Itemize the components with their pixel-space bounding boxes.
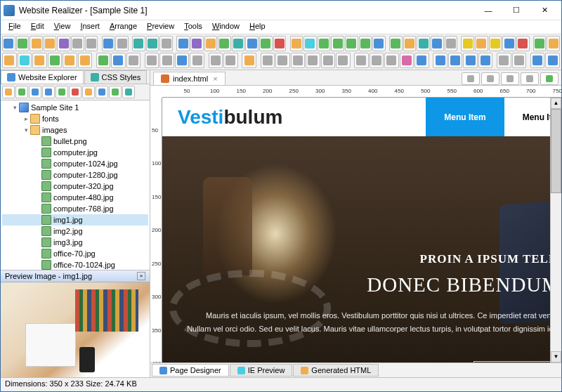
toolbar-button[interactable] [275, 53, 290, 68]
explorer-tool-button[interactable] [96, 86, 108, 98]
toolbar-button[interactable] [145, 53, 159, 68]
menu-tools[interactable]: Tools [179, 20, 207, 34]
toolbar-button[interactable] [306, 53, 320, 68]
explorer-tool-button[interactable] [2, 86, 15, 98]
toolbar-button[interactable] [545, 53, 560, 68]
toolbar-button[interactable] [204, 36, 218, 51]
document-tab-index[interactable]: index.html × [153, 72, 226, 85]
toolbar-button[interactable] [370, 53, 384, 68]
toolbar-button[interactable] [417, 36, 430, 51]
tree-twist-icon[interactable]: ▾ [22, 126, 30, 133]
toolbar-button[interactable] [403, 36, 417, 51]
tree-twist-icon[interactable]: ▸ [22, 115, 30, 122]
toolbar-button[interactable] [336, 53, 351, 68]
toolbar-button[interactable] [273, 36, 287, 51]
menu-help[interactable]: Help [244, 20, 270, 34]
site-logo[interactable]: Vestibulum [178, 106, 282, 129]
toolbar-button[interactable] [497, 53, 511, 68]
preview-close-icon[interactable]: × [137, 272, 145, 280]
tree-item[interactable]: computer.jpg [2, 147, 148, 158]
tree-item[interactable]: img3.jpg [2, 237, 148, 248]
explorer-tool-button[interactable] [109, 86, 122, 98]
tree-item[interactable]: office-70.jpg [2, 248, 148, 259]
toolbar-button[interactable] [400, 53, 414, 68]
preview-header[interactable]: Preview Image - img1.jpg × [1, 270, 150, 282]
toolbar-button[interactable] [57, 36, 70, 51]
toolbar-button[interactable] [318, 36, 331, 51]
file-tree[interactable]: ▾Sample Site 1▸fonts▾imagesbullet.pngcom… [1, 100, 150, 270]
toolbar-button[interactable] [242, 53, 256, 68]
toolbar-button[interactable] [372, 36, 386, 51]
tab-close-icon[interactable]: × [213, 74, 217, 83]
tree-item[interactable]: img2.jpg [2, 226, 148, 237]
explorer-tool-button[interactable] [42, 86, 55, 98]
minimize-button[interactable]: — [474, 2, 502, 19]
tree-item[interactable]: computer-1280.jpg [2, 169, 148, 181]
vertical-scrollbar[interactable]: ▲ ▼ [550, 98, 561, 362]
toolbar-button[interactable] [461, 36, 474, 51]
toolbar-button[interactable] [489, 36, 502, 51]
toolbar-button[interactable] [85, 36, 98, 51]
toolbar-button[interactable] [2, 36, 15, 51]
explorer-tool-button[interactable] [69, 86, 81, 98]
toolbar-button[interactable] [232, 36, 245, 51]
tree-item[interactable]: ▾images [2, 124, 148, 136]
toolbar-button[interactable] [190, 53, 204, 68]
toolbar-button[interactable] [30, 36, 43, 51]
explorer-tool-button[interactable] [29, 86, 41, 98]
toolbar-button[interactable] [96, 53, 111, 68]
tree-item[interactable]: computer-1024.jpg [2, 158, 148, 169]
toolbar-button[interactable] [245, 36, 259, 51]
toolbar-button[interactable] [218, 36, 231, 51]
tree-item[interactable]: bullet.png [2, 136, 148, 147]
close-button[interactable]: ✕ [530, 2, 558, 19]
explorer-tool-button[interactable] [122, 86, 135, 98]
maximize-button[interactable]: ☐ [502, 2, 530, 19]
toolbar-button[interactable] [530, 53, 545, 68]
toolbar-button[interactable] [223, 53, 238, 68]
design-canvas[interactable]: Vestibulum Menu Item Menu Item PROIN A I… [162, 98, 550, 362]
tree-item[interactable]: ▸fonts [2, 113, 148, 124]
tree-item[interactable]: computer-320.jpg [2, 181, 148, 192]
toolbar-button[interactable] [389, 36, 403, 51]
explorer-tool-button[interactable] [15, 86, 28, 98]
toolbar-button[interactable] [126, 53, 141, 68]
toolbar-button[interactable] [146, 36, 159, 51]
tree-item[interactable]: computer-480.jpg [2, 192, 148, 203]
canvas-tool-button[interactable] [481, 72, 499, 85]
canvas-tool-button[interactable] [540, 72, 558, 85]
toolbar-button[interactable] [291, 53, 306, 68]
nav-item-2[interactable]: Menu Item [504, 98, 550, 136]
toolbar-button[interactable] [516, 36, 530, 51]
toolbar-button[interactable] [478, 53, 493, 68]
toolbar-button[interactable] [475, 36, 488, 51]
tab-ie-preview[interactable]: IE Preview [230, 364, 293, 377]
learn-more-button[interactable]: LEARN MORE [473, 361, 550, 362]
explorer-tool-button[interactable] [82, 86, 95, 98]
menu-preview[interactable]: Preview [142, 20, 179, 34]
toolbar-button[interactable] [175, 53, 190, 68]
toolbar-button[interactable] [512, 53, 527, 68]
toolbar-button[interactable] [445, 36, 458, 51]
toolbar-button[interactable] [290, 36, 303, 51]
toolbar-button[interactable] [261, 53, 275, 68]
tab-generated-html[interactable]: Generated HTML [293, 364, 379, 377]
menu-edit[interactable]: Edit [26, 20, 49, 34]
toolbar-button[interactable] [2, 53, 17, 68]
toolbar-button[interactable] [44, 36, 57, 51]
tab-website-explorer[interactable]: Website Explorer [1, 70, 84, 84]
tree-item[interactable]: computer-768.jpg [2, 203, 148, 214]
tree-item[interactable]: office-70-1024.jpg [2, 259, 148, 270]
tree-item[interactable]: ▾Sample Site 1 [2, 102, 148, 113]
toolbar-button[interactable] [331, 36, 344, 51]
menu-window[interactable]: Window [207, 20, 244, 34]
nav-item-1[interactable]: Menu Item [426, 98, 504, 136]
canvas-tool-button[interactable] [521, 72, 539, 85]
tree-twist-icon[interactable]: ▾ [11, 104, 19, 111]
toolbar-button[interactable] [16, 36, 30, 51]
toolbar-button[interactable] [463, 53, 478, 68]
toolbar-button[interactable] [354, 53, 369, 68]
toolbar-button[interactable] [303, 36, 317, 51]
toolbar-button[interactable] [384, 53, 399, 68]
scroll-thumb[interactable] [551, 109, 561, 193]
